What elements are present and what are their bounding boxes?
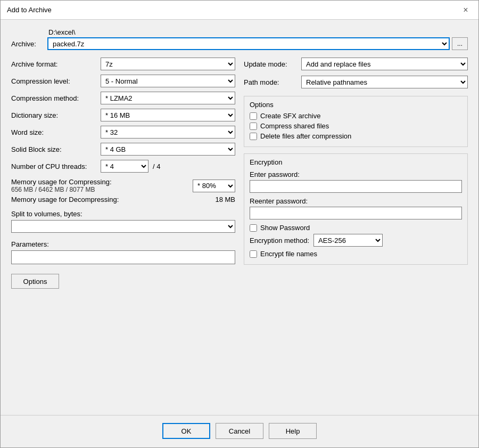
split-section: Split to volumes, bytes: 1M 10M 100M 1G …	[11, 210, 235, 233]
delete-files-row: Delete files after compression	[250, 132, 462, 140]
solid-block-row: Solid Block size: * 4 GB 1 GB 2 GB 8 GB	[11, 143, 235, 156]
archive-label: Archive:	[11, 28, 43, 48]
compress-shared-row: Compress shared files	[250, 122, 462, 130]
main-columns: Archive format: 7z zip tar gzip bzip2 Co…	[11, 58, 468, 406]
memory-decompress-row: Memory usage for Decompressing: 18 MB	[11, 196, 235, 203]
browse-button[interactable]: ...	[452, 37, 468, 50]
path-mode-select[interactable]: Relative pathnames Absolute pathnames No…	[301, 76, 468, 88]
params-section: Parameters:	[11, 240, 235, 264]
solid-block-label: Solid Block size:	[11, 145, 96, 153]
cpu-threads-label: Number of CPU threads:	[11, 162, 96, 170]
encrypt-filenames-checkbox[interactable]	[250, 250, 257, 258]
dictionary-size-select[interactable]: * 16 MB 32 MB 64 MB 128 MB	[101, 109, 235, 121]
help-button[interactable]: Help	[269, 423, 317, 439]
word-size-select[interactable]: * 32 64 128 256	[101, 126, 235, 139]
options-box: Options Create SFX archive Compress shar…	[244, 96, 468, 147]
solid-block-select[interactable]: * 4 GB 1 GB 2 GB 8 GB	[101, 143, 235, 156]
compression-level-select[interactable]: 0 - Store 1 - Fastest 3 - Fast 5 - Norma…	[101, 75, 235, 87]
encryption-title: Encryption	[250, 158, 462, 166]
word-size-row: Word size: * 32 64 128 256	[11, 126, 235, 139]
enter-password-input[interactable]	[250, 180, 462, 193]
params-input[interactable]	[11, 250, 235, 264]
cpu-threads-row: Number of CPU threads: * 1 * 2 * 4 * 8 /…	[11, 160, 235, 173]
encrypt-filenames-label[interactable]: Encrypt file names	[260, 250, 317, 258]
enter-password-label: Enter password:	[250, 170, 462, 178]
memory-compress-row: Memory usage for Compressing: 656 MB / 6…	[11, 178, 235, 193]
memory-compress-label-block: Memory usage for Compressing: 656 MB / 6…	[11, 178, 188, 193]
memory-compress-label: Memory usage for Compressing:	[11, 178, 188, 186]
delete-files-checkbox[interactable]	[250, 133, 257, 140]
close-button[interactable]: ×	[459, 4, 472, 17]
params-label: Parameters:	[11, 240, 235, 248]
show-password-checkbox[interactable]	[250, 224, 257, 232]
memory-decompress-label: Memory usage for Decompressing:	[11, 196, 119, 203]
create-sfx-row: Create SFX archive	[250, 112, 462, 120]
format-row: Archive format: 7z zip tar gzip bzip2	[11, 58, 235, 70]
compression-level-row: Compression level: 0 - Store 1 - Fastest…	[11, 75, 235, 87]
path-mode-label: Path mode:	[244, 78, 297, 86]
create-sfx-checkbox[interactable]	[250, 112, 257, 120]
delete-files-label[interactable]: Delete files after compression	[260, 132, 351, 140]
encrypt-filenames-row: Encrypt file names	[250, 250, 462, 258]
cpu-threads-max: / 4	[153, 162, 160, 170]
title-bar: Add to Archive ×	[1, 1, 478, 20]
encryption-method-row: Encryption method: AES-256	[250, 234, 462, 247]
update-mode-select[interactable]: Add and replace files Update and add fil…	[301, 58, 468, 70]
archive-path: D:\excel\	[47, 28, 468, 36]
memory-decompress-value: 18 MB	[215, 196, 235, 203]
reenter-password-input[interactable]	[250, 207, 462, 219]
cpu-threads-select[interactable]: * 1 * 2 * 4 * 8	[101, 160, 148, 173]
format-select[interactable]: 7z zip tar gzip bzip2	[101, 58, 235, 70]
memory-compress-sub: 656 MB / 6462 MB / 8077 MB	[11, 186, 188, 193]
ok-button[interactable]: OK	[162, 423, 210, 439]
show-password-row: Show Password	[250, 224, 462, 232]
encryption-method-select[interactable]: AES-256	[313, 234, 383, 247]
memory-compress-select[interactable]: * 80% 50% 60% 70% 90%	[193, 180, 235, 192]
show-password-label[interactable]: Show Password	[260, 224, 310, 232]
dialog-title: Add to Archive	[7, 6, 52, 14]
compress-shared-label[interactable]: Compress shared files	[260, 122, 329, 130]
options-box-title: Options	[250, 101, 462, 109]
encryption-box: Encryption Enter password: Reenter passw…	[244, 153, 468, 265]
left-column: Archive format: 7z zip tar gzip bzip2 Co…	[11, 58, 235, 406]
archive-filename-select[interactable]: packed.7z	[47, 37, 450, 50]
dictionary-size-row: Dictionary size: * 16 MB 32 MB 64 MB 128…	[11, 109, 235, 121]
add-to-archive-dialog: Add to Archive × Archive: D:\excel\ pack…	[0, 0, 479, 448]
compression-method-select[interactable]: * LZMA2 LZMA PPMd BZip2	[101, 92, 235, 104]
dialog-content: Archive: D:\excel\ packed.7z ... Archive…	[1, 20, 478, 415]
compression-method-row: Compression method: * LZMA2 LZMA PPMd BZ…	[11, 92, 235, 104]
cancel-button[interactable]: Cancel	[216, 423, 263, 439]
archive-inputs: D:\excel\ packed.7z ...	[47, 28, 468, 50]
memory-compress-block: Memory usage for Compressing: 656 MB / 6…	[11, 178, 235, 203]
footer: OK Cancel Help	[1, 415, 478, 447]
archive-input-row: packed.7z ...	[47, 37, 468, 50]
word-size-label: Word size:	[11, 128, 96, 136]
reenter-password-label: Reenter password:	[250, 197, 462, 205]
split-select[interactable]: 1M 10M 100M 1G 2G	[11, 220, 235, 233]
create-sfx-label[interactable]: Create SFX archive	[260, 112, 320, 120]
update-mode-label: Update mode:	[244, 60, 297, 68]
split-label: Split to volumes, bytes:	[11, 210, 235, 218]
encryption-method-label: Encryption method:	[250, 237, 309, 245]
format-label: Archive format:	[11, 60, 96, 68]
compression-method-label: Compression method:	[11, 94, 96, 102]
right-column: Update mode: Add and replace files Updat…	[244, 58, 468, 406]
compress-shared-checkbox[interactable]	[250, 123, 257, 130]
compression-level-label: Compression level:	[11, 77, 96, 85]
dictionary-size-label: Dictionary size:	[11, 111, 96, 119]
archive-row: Archive: D:\excel\ packed.7z ...	[11, 28, 468, 50]
path-mode-row: Path mode: Relative pathnames Absolute p…	[244, 76, 468, 88]
options-button[interactable]: Options	[11, 274, 59, 289]
update-mode-row: Update mode: Add and replace files Updat…	[244, 58, 468, 70]
